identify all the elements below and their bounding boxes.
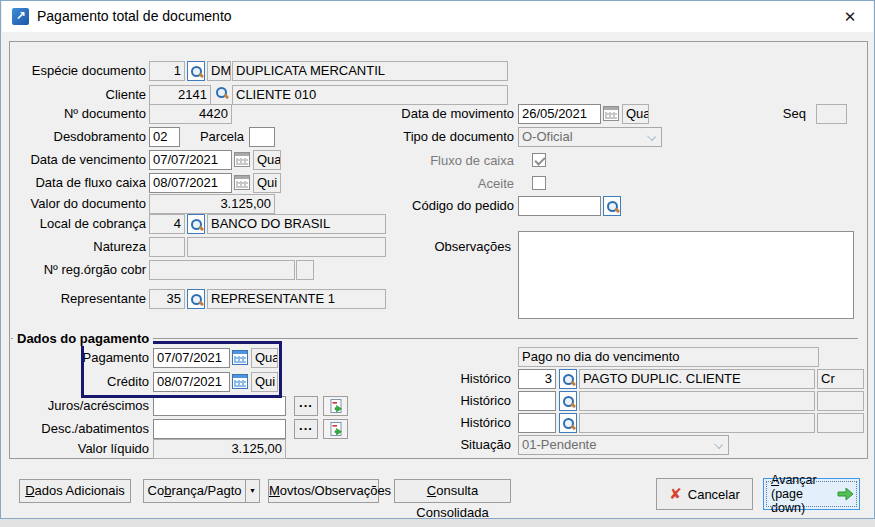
historico3-code-field[interactable] [518, 413, 556, 433]
natureza-label: Natureza [21, 237, 146, 257]
local-cobranca-code-field[interactable]: 4 [149, 214, 185, 234]
reg-orgao-cobr-label: Nº reg.órgão cobr [21, 260, 146, 280]
num-documento-field[interactable]: 4420 [149, 104, 232, 124]
historico2-cr-field [817, 391, 864, 411]
reg-orgao-cobr-field[interactable] [149, 260, 295, 280]
historico3-desc-field [579, 413, 815, 433]
title-bar: ↗ Pagamento total de documento ✕ [2, 1, 873, 32]
consulta-consolidada-button[interactable]: Consulta Consolidada [394, 479, 511, 503]
historico3-cr-field [817, 413, 864, 433]
sheet-icon [328, 398, 344, 414]
dados-adicionais-button[interactable]: Dados Adicionais [19, 479, 131, 503]
representante-code-field[interactable]: 35 [149, 289, 185, 309]
tipo-documento-value: O-Oficial [522, 129, 573, 144]
descontos-field[interactable] [153, 419, 286, 439]
valor-documento-label: Valor do documento [21, 194, 146, 214]
representante-search-button[interactable] [187, 289, 205, 309]
calendar-icon[interactable] [234, 152, 250, 167]
chevron-down-icon [647, 132, 656, 141]
observacoes-textarea[interactable] [518, 231, 854, 319]
historico1-search-button[interactable] [559, 369, 577, 389]
juros-label: Juros/acréscimos [21, 396, 149, 416]
desdobramento-label: Desdobramento [21, 127, 146, 147]
num-documento-label: Nº documento [21, 104, 146, 124]
search-icon [562, 395, 575, 408]
fluxo-caixa-checkbox[interactable] [532, 153, 546, 167]
close-icon[interactable]: ✕ [837, 6, 863, 27]
historico2-search-button[interactable] [559, 391, 577, 411]
local-cobranca-desc-field: BANCO DO BRASIL [207, 214, 386, 234]
tipo-documento-label: Tipo de documento [351, 127, 514, 147]
codigo-pedido-field[interactable] [518, 196, 601, 216]
situacao-select[interactable]: 01-Pendente [518, 435, 729, 455]
codigo-pedido-search-button[interactable] [603, 196, 621, 216]
representante-label: Representante [21, 289, 146, 309]
data-fluxo-caixa-field[interactable]: 08/07/2021 [149, 173, 232, 193]
sheet-icon [328, 421, 344, 437]
historico1-desc-field: PAGTO DUPLIC. CLIENTE [579, 369, 815, 389]
cliente-code-field[interactable]: 2141 [149, 85, 211, 105]
especie-search-button[interactable] [187, 61, 205, 81]
juros-more-button[interactable]: ... [294, 396, 318, 416]
dialog-window: ↗ Pagamento total de documento ✕ Espécie… [0, 0, 875, 519]
local-cobranca-label: Local de cobrança [21, 214, 146, 234]
historico1-cr-field: Cr [817, 369, 864, 389]
cancel-x-icon: ✘ [669, 485, 682, 503]
calendar-icon[interactable] [234, 175, 250, 190]
reg-orgao-cobr-extra-field [296, 260, 314, 280]
juros-field[interactable] [153, 396, 286, 416]
data-vencimento-field[interactable]: 07/07/2021 [149, 150, 232, 170]
local-cobranca-search-button[interactable] [187, 214, 205, 234]
data-vencimento-dow: Qua [253, 150, 281, 170]
historico1-label: Histórico [371, 369, 511, 389]
calendar-icon[interactable] [603, 106, 619, 121]
especie-code-field[interactable]: 1 [149, 61, 185, 81]
search-icon [190, 65, 203, 78]
search-icon [606, 200, 619, 213]
movtos-observacoes-button[interactable]: Movtos/Observações [268, 479, 379, 503]
aceite-checkbox[interactable] [532, 176, 546, 190]
dropdown-arrow-icon[interactable]: ▼ [245, 480, 259, 502]
cliente-desc-field: CLIENTE 010 [232, 85, 508, 105]
chevron-down-icon [714, 440, 723, 449]
data-vencimento-label: Data de vencimento [21, 150, 146, 170]
app-icon: ↗ [12, 8, 29, 25]
forward-arrow-icon [837, 486, 854, 502]
historico2-code-field[interactable] [518, 391, 556, 411]
natureza-code-field[interactable] [149, 237, 185, 257]
historico3-search-button[interactable] [559, 413, 577, 433]
especie-desc-field: DUPLICATA MERCANTIL [232, 61, 508, 81]
avancar-button[interactable]: Avançar (page down) [763, 478, 860, 510]
payment-dates-highlight [81, 341, 282, 398]
cliente-search-icon[interactable] [215, 86, 231, 102]
historico3-label: Histórico [371, 413, 511, 433]
descontos-label: Desc./abatimentos [21, 419, 149, 439]
cobranca-pagto-button[interactable]: Cobrança/Pagto ▼ [143, 479, 260, 503]
descontos-more-button[interactable]: ... [294, 419, 318, 439]
avancar-label: Avançar (page down) [764, 473, 837, 515]
data-movimento-label: Data de movimento [351, 104, 514, 124]
search-icon [562, 373, 575, 386]
representante-desc-field: REPRESENTANTE 1 [207, 289, 386, 309]
data-fluxo-caixa-dow: Qui [253, 173, 281, 193]
parcela-label: Parcela [186, 127, 244, 147]
juros-calc-button[interactable] [323, 396, 348, 416]
historico2-desc-field [579, 391, 815, 411]
descontos-calc-button[interactable] [323, 419, 348, 439]
codigo-pedido-label: Código do pedido [351, 196, 514, 216]
data-movimento-field[interactable]: 26/05/2021 [518, 104, 601, 124]
especie-label: Espécie documento [21, 61, 146, 81]
cancelar-label: Cancelar [688, 487, 740, 502]
cancelar-button[interactable]: ✘ Cancelar [656, 478, 753, 510]
valor-liquido-field: 3.125,00 [153, 439, 286, 459]
seq-field[interactable] [816, 104, 847, 124]
tipo-documento-select[interactable]: O-Oficial [518, 127, 662, 147]
parcela-field[interactable] [249, 127, 275, 147]
situacao-value: 01-Pendente [522, 437, 596, 452]
valor-documento-field: 3.125,00 [149, 194, 275, 214]
historico2-label: Histórico [371, 391, 511, 411]
historico1-code-field[interactable]: 3 [518, 369, 556, 389]
desdobramento-field[interactable]: 02 [149, 127, 180, 147]
observacoes-label: Observações [351, 237, 511, 257]
aceite-label: Aceite [351, 174, 514, 194]
